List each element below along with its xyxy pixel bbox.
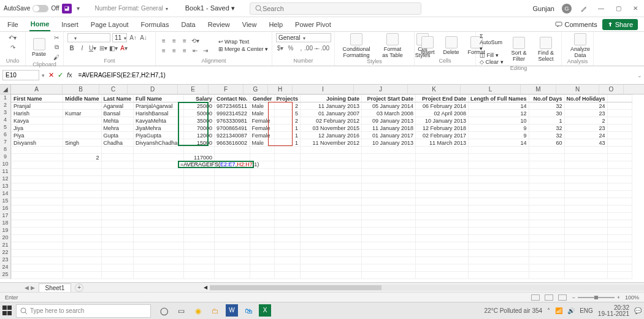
- cell[interactable]: [416, 264, 469, 272]
- task-view-icon[interactable]: ▭: [174, 304, 188, 318]
- cell[interactable]: [63, 176, 102, 183]
- cell[interactable]: [63, 272, 102, 279]
- cell[interactable]: [184, 169, 215, 176]
- cell[interactable]: [362, 264, 416, 272]
- cell[interactable]: [416, 220, 469, 228]
- cell[interactable]: PiyaGupta: [134, 132, 184, 139]
- cell[interactable]: [362, 228, 416, 235]
- cell[interactable]: Singh: [63, 139, 102, 147]
- col-header[interactable]: G: [243, 85, 268, 94]
- cell[interactable]: [215, 250, 250, 257]
- cell[interactable]: [12, 220, 63, 228]
- cell[interactable]: [63, 250, 102, 257]
- cell[interactable]: [134, 242, 184, 250]
- cell[interactable]: [529, 169, 564, 176]
- cell[interactable]: [301, 272, 362, 279]
- cell[interactable]: [215, 242, 250, 250]
- cell[interactable]: 14: [469, 139, 529, 147]
- cell[interactable]: 43: [564, 139, 607, 147]
- cell[interactable]: Mehra: [101, 125, 134, 132]
- cell[interactable]: [469, 161, 529, 169]
- conditional-formatting-button[interactable]: Conditional Formatting: [339, 33, 374, 58]
- cell[interactable]: [564, 242, 607, 250]
- tab-view[interactable]: View: [241, 18, 258, 31]
- cell[interactable]: 23: [564, 125, 607, 132]
- cell[interactable]: [134, 198, 184, 206]
- cell[interactable]: [63, 169, 102, 176]
- cell[interactable]: 32: [529, 102, 564, 110]
- cell[interactable]: [250, 191, 274, 198]
- cell[interactable]: Mehta: [101, 117, 134, 125]
- col-header[interactable]: N: [556, 85, 599, 94]
- cell[interactable]: [184, 272, 215, 279]
- cell[interactable]: [469, 206, 529, 213]
- cell[interactable]: [101, 264, 134, 272]
- col-header[interactable]: L: [461, 85, 521, 94]
- cell[interactable]: [12, 272, 63, 279]
- cell[interactable]: [184, 176, 215, 183]
- cell[interactable]: 2: [63, 154, 102, 161]
- scrollbar-thumb[interactable]: [210, 285, 381, 290]
- cell[interactable]: 03 November 2015: [301, 125, 362, 132]
- zoom-in-icon[interactable]: +: [617, 294, 620, 301]
- cell[interactable]: JiyaMehra: [134, 125, 184, 132]
- row-header[interactable]: 17: [0, 212, 10, 220]
- cell[interactable]: [469, 183, 529, 191]
- cell[interactable]: [416, 206, 469, 213]
- cell[interactable]: [416, 161, 469, 169]
- cell[interactable]: [607, 132, 632, 139]
- cell[interactable]: [134, 220, 184, 228]
- cell[interactable]: [134, 272, 184, 279]
- cell[interactable]: [215, 235, 250, 242]
- cell[interactable]: [607, 117, 632, 125]
- row-header[interactable]: 11: [0, 168, 10, 175]
- cell[interactable]: PranjalAgarwal: [134, 102, 184, 110]
- view-page-break-icon[interactable]: [558, 294, 567, 301]
- autosum-button[interactable]: Σ AutoSum ▾: [480, 33, 504, 52]
- cell[interactable]: [362, 161, 416, 169]
- cell[interactable]: 01 January 2007: [301, 110, 362, 117]
- cell[interactable]: [362, 257, 416, 264]
- row-header[interactable]: 5: [0, 124, 10, 131]
- cell[interactable]: [63, 161, 102, 169]
- cell[interactable]: [564, 257, 607, 264]
- row-header[interactable]: 4: [0, 117, 10, 124]
- row-header[interactable]: 7: [0, 139, 10, 146]
- cell[interactable]: Kumar: [63, 110, 102, 117]
- col-header[interactable]: J: [354, 85, 408, 94]
- col-header[interactable]: K: [408, 85, 461, 94]
- cell[interactable]: [301, 228, 362, 235]
- cell[interactable]: [12, 228, 63, 235]
- cell[interactable]: 9872346511: [215, 102, 250, 110]
- copy-icon[interactable]: ⧉: [52, 43, 61, 52]
- cell[interactable]: [362, 272, 416, 279]
- chrome-icon[interactable]: ◉: [191, 304, 205, 318]
- cell[interactable]: [564, 198, 607, 206]
- cell[interactable]: [250, 235, 274, 242]
- cell[interactable]: [564, 176, 607, 183]
- cell[interactable]: [101, 147, 134, 154]
- cell[interactable]: Bansal: [101, 110, 134, 117]
- cell[interactable]: [564, 147, 607, 154]
- format-painter-icon[interactable]: 🖌: [52, 53, 61, 61]
- zoom-slider[interactable]: [578, 297, 615, 298]
- cell[interactable]: DivyanshChadha: [134, 139, 184, 147]
- cell[interactable]: [469, 154, 529, 161]
- cell[interactable]: [469, 257, 529, 264]
- cell[interactable]: [607, 257, 632, 264]
- col-header[interactable]: O: [599, 85, 624, 94]
- col-header[interactable]: I: [293, 85, 354, 94]
- cell[interactable]: [101, 220, 134, 228]
- decrease-decimal-icon[interactable]: ←.00: [318, 44, 326, 52]
- delete-cells-button[interactable]: Delete: [441, 36, 462, 55]
- cortana-icon[interactable]: ◯: [157, 304, 171, 318]
- cell[interactable]: [607, 198, 632, 206]
- autosave-switch-icon[interactable]: [33, 5, 48, 12]
- cell[interactable]: 32: [529, 132, 564, 139]
- cell[interactable]: [416, 250, 469, 257]
- row-header[interactable]: 21: [0, 242, 10, 249]
- row-header[interactable]: 10: [0, 161, 10, 168]
- cell[interactable]: 1: [529, 117, 564, 125]
- comments-button[interactable]: Comments: [555, 21, 597, 28]
- row-header[interactable]: 1: [0, 94, 10, 102]
